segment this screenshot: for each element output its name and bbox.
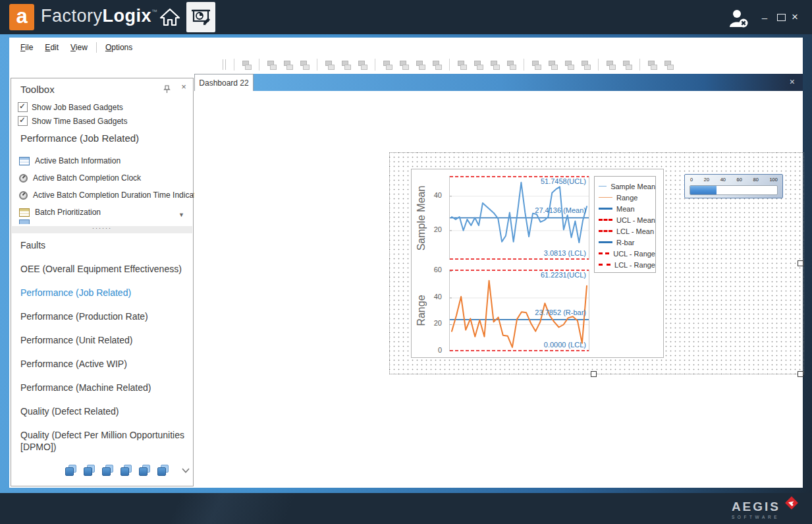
pin-panel-button[interactable]: [163, 84, 173, 95]
gadget-list-dropdown[interactable]: ▼: [178, 212, 184, 218]
brand-prefix: Factory: [41, 6, 103, 26]
gadget-list-item[interactable]: Active Batch Information: [19, 152, 184, 169]
toolbox-title: Toolbox: [20, 84, 55, 95]
category-label: Performance (Machine Related): [20, 382, 151, 393]
y-tick-label: 0: [438, 346, 442, 354]
minimize-button[interactable]: –: [757, 9, 772, 25]
filter-checkbox-row[interactable]: Show Job Based Gadgets: [18, 102, 127, 112]
progress-fill: [690, 186, 717, 194]
close-button[interactable]: ×: [788, 9, 802, 25]
clipped-gadget-icon: [19, 219, 30, 224]
toolbox-section-header: Performance (Job Related): [20, 132, 139, 144]
gadget-category-item[interactable]: Faults: [20, 239, 189, 251]
decrease-vertical-spacing-icon[interactable]: [564, 59, 575, 71]
minimize-icon: –: [762, 12, 767, 23]
center-horizontally-icon[interactable]: [605, 59, 616, 71]
gadget-category-item[interactable]: Performance (Job Related): [20, 287, 189, 299]
increase-horizontal-spacing-icon[interactable]: [473, 59, 484, 71]
gadget-list-item[interactable]: Batch Prioritization: [19, 204, 184, 221]
toolbox-filters: Show Job Based Gadgets Show Time Based G…: [18, 102, 127, 130]
equal-horizontal-spacing-icon[interactable]: [456, 59, 468, 71]
gadget-category-item[interactable]: Performance (Active WIP): [20, 358, 189, 370]
toolbox-splitter[interactable]: ······: [12, 226, 192, 233]
resize-handle-right[interactable]: [798, 260, 803, 266]
toolbar-grip[interactable]: [223, 59, 226, 70]
dashboard-canvas[interactable]: Sample Mean 2040 51.7458(UCL)27.4136 (Me…: [194, 91, 803, 488]
align-horizontal-center-icon[interactable]: [283, 59, 294, 71]
nav-collapse-button[interactable]: [182, 468, 190, 473]
center-vertically-icon[interactable]: [622, 59, 633, 71]
gadget-page-icon-4[interactable]: [121, 465, 132, 476]
legend-label: R-bar: [616, 239, 635, 247]
legend-entry: Mean: [599, 203, 655, 214]
logo-letter: a: [16, 5, 27, 28]
decrease-horizontal-spacing-icon[interactable]: [489, 59, 501, 71]
gadget-category-item[interactable]: OEE (Overall Equipment Effectiveness): [20, 263, 189, 275]
same-size-icon[interactable]: [415, 59, 426, 71]
align-right-icon[interactable]: [299, 59, 310, 71]
gadget-category-item[interactable]: Performance (Production Rate): [20, 310, 189, 322]
legend-line-sample: [599, 252, 609, 254]
tab-dashboard-22[interactable]: Dashboard 22: [194, 74, 254, 91]
gadget-category-item[interactable]: Quality (Defect Per Million Opportunitie…: [20, 429, 189, 453]
aegis-diamond-icon: [783, 494, 800, 514]
align-top-icon[interactable]: [324, 59, 335, 71]
content-frame: FileEditViewOptions Toolbox ×: [0, 34, 812, 493]
progress-bar-gadget[interactable]: 020406080100: [684, 174, 783, 198]
gadget-category-item[interactable]: Quality (Defect Related): [20, 405, 189, 417]
legend-label: LCL - Range: [614, 261, 655, 269]
scale-label: 80: [753, 177, 759, 183]
remove-horizontal-spacing-icon[interactable]: [506, 59, 517, 71]
gadget-page-icon-2[interactable]: [84, 465, 95, 476]
legend-label: Range: [616, 194, 637, 202]
tab-label: Dashboard 22: [199, 78, 248, 88]
close-toolbox-button[interactable]: ×: [178, 82, 189, 92]
send-to-back-icon[interactable]: [663, 59, 674, 71]
gadget-list-item[interactable]: Active Batch Completion Duration Time In…: [19, 187, 184, 204]
filter-checkbox-row[interactable]: Show Time Based Gadgets: [18, 116, 127, 126]
close-dashboard-button[interactable]: ×: [790, 76, 795, 87]
bring-to-front-icon[interactable]: [647, 59, 658, 71]
menu-item-file[interactable]: File: [14, 41, 39, 54]
gadget-category-item[interactable]: Performance (Unit Related): [20, 334, 189, 346]
home-button[interactable]: [155, 2, 184, 32]
gadget-icon: [19, 208, 30, 217]
dashboard-editor-icon: [190, 7, 211, 28]
gadget-page-icon-1[interactable]: [65, 465, 76, 476]
gadget-page-icon-3[interactable]: [102, 465, 113, 476]
size-to-grid-all-icon[interactable]: [431, 59, 443, 71]
checkbox[interactable]: [18, 102, 28, 112]
same-width-icon[interactable]: [382, 59, 393, 71]
gadget-category-item[interactable]: Performance (Machine Related): [20, 382, 189, 393]
checkbox-label: Show Time Based Gadgets: [32, 117, 127, 126]
dashboard-editor-button[interactable]: [186, 2, 215, 32]
menu-item-options[interactable]: Options: [99, 41, 138, 54]
checkbox[interactable]: [18, 116, 28, 126]
gadget-list: Active Batch Information Active Batch Co…: [19, 152, 184, 221]
scale-label: 60: [737, 177, 742, 183]
menu-item-edit[interactable]: Edit: [39, 41, 65, 54]
gadget-list-item[interactable]: Active Batch Completion Clock: [19, 169, 184, 187]
menu-item-view[interactable]: View: [65, 41, 94, 54]
increase-vertical-spacing-icon[interactable]: [547, 59, 558, 71]
align-vertical-center-icon[interactable]: [340, 59, 352, 71]
align-bottom-icon[interactable]: [357, 59, 368, 71]
align-left-icon[interactable]: [266, 59, 277, 71]
home-icon: [159, 8, 180, 26]
range-plot: 61.2231(UCL)23.7852 (R-bar)0.0000 (LCL): [449, 270, 589, 351]
spc-chart-gadget[interactable]: Sample Mean 2040 51.7458(UCL)27.4136 (Me…: [411, 169, 664, 358]
same-height-icon[interactable]: [398, 59, 410, 71]
gadget-page-icon-5[interactable]: [139, 465, 150, 476]
legend-line-sample: [599, 197, 612, 198]
gadget-page-icon-6[interactable]: [157, 465, 169, 476]
size-to-grid-icon[interactable]: [241, 59, 252, 71]
equal-vertical-spacing-icon[interactable]: [531, 59, 542, 71]
resize-handle-bottom[interactable]: [591, 371, 597, 377]
resize-handle-corner[interactable]: [798, 371, 803, 377]
y-tick-label: 40: [434, 293, 442, 301]
y-tick-label: 20: [434, 319, 442, 327]
maximize-button[interactable]: [774, 9, 788, 25]
logout-user-button[interactable]: [724, 7, 753, 30]
close-icon: ×: [790, 76, 795, 87]
remove-vertical-spacing-icon[interactable]: [580, 59, 591, 71]
